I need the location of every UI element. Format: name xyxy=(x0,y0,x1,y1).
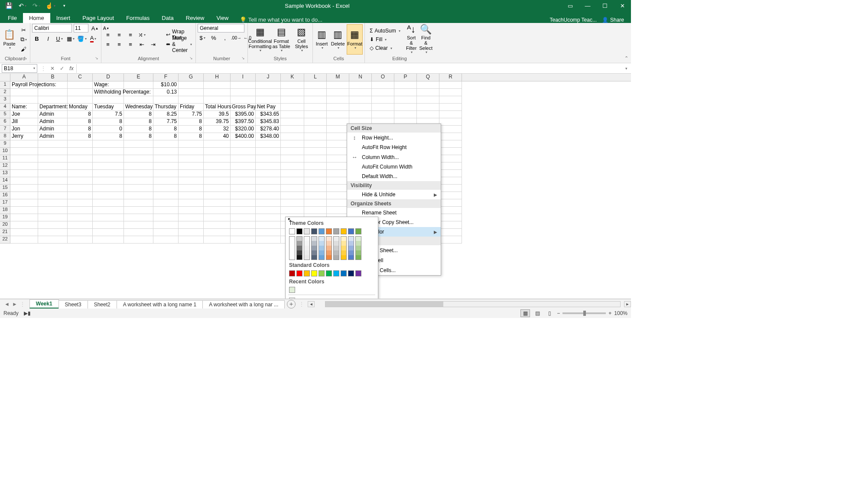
cell[interactable] xyxy=(204,221,231,229)
color-swatch[interactable] xyxy=(348,228,354,234)
cell[interactable] xyxy=(38,81,68,89)
conditional-formatting-button[interactable]: ▦Conditional Formatting▾ xyxy=(250,24,270,55)
cell[interactable] xyxy=(327,133,349,140)
cell[interactable] xyxy=(281,81,304,89)
cell[interactable] xyxy=(439,111,462,118)
cell[interactable] xyxy=(124,236,153,244)
row-header[interactable]: 19 xyxy=(0,214,10,221)
cell[interactable] xyxy=(231,162,256,170)
enter-formula-icon[interactable]: ✓ xyxy=(57,64,67,73)
color-swatch[interactable] xyxy=(326,255,332,260)
qat-customize-icon[interactable]: ▾ xyxy=(60,1,68,10)
font-color-icon[interactable]: A▾ xyxy=(88,34,98,43)
cell[interactable] xyxy=(68,192,93,199)
cell[interactable] xyxy=(327,199,349,207)
cell[interactable] xyxy=(204,155,231,162)
cell[interactable] xyxy=(153,170,179,177)
col-header-P[interactable]: P xyxy=(394,74,417,81)
cell[interactable] xyxy=(256,170,281,177)
cell[interactable] xyxy=(327,170,349,177)
color-swatch[interactable] xyxy=(311,246,317,250)
cell[interactable] xyxy=(179,221,204,229)
cell[interactable] xyxy=(153,155,179,162)
menu-item-autofit-column-width[interactable]: AutoFit Column Width xyxy=(347,162,441,172)
cell[interactable] xyxy=(372,111,394,118)
delete-cells-button[interactable]: ▥Delete▾ xyxy=(331,24,345,55)
cell[interactable] xyxy=(304,185,327,192)
cell[interactable] xyxy=(179,185,204,192)
cell[interactable] xyxy=(281,177,304,185)
cell[interactable]: Jon xyxy=(10,126,38,133)
cell[interactable] xyxy=(153,229,179,236)
cell[interactable] xyxy=(304,199,327,207)
cell[interactable]: 32 xyxy=(204,126,231,133)
color-swatch[interactable] xyxy=(341,250,347,255)
cell[interactable] xyxy=(394,81,417,89)
cell[interactable] xyxy=(349,89,372,96)
find-select-button[interactable]: 🔍Find & Select▾ xyxy=(419,24,432,55)
sheet-tab[interactable]: Week1 xyxy=(29,299,59,308)
cell[interactable] xyxy=(10,214,38,221)
cell[interactable] xyxy=(153,162,179,170)
cell[interactable] xyxy=(304,148,327,155)
cell[interactable]: 8 xyxy=(179,126,204,133)
cell[interactable] xyxy=(327,104,349,111)
percent-icon[interactable]: % xyxy=(209,33,218,42)
save-icon[interactable]: 💾 xyxy=(4,1,13,10)
cell[interactable] xyxy=(439,192,462,199)
cell[interactable] xyxy=(327,126,349,133)
cell[interactable] xyxy=(204,207,231,214)
cell[interactable] xyxy=(281,185,304,192)
cell[interactable] xyxy=(93,207,124,214)
align-bottom-icon[interactable]: ≡ xyxy=(126,30,135,39)
cell[interactable] xyxy=(304,118,327,126)
cell[interactable] xyxy=(281,89,304,96)
cell[interactable]: 8 xyxy=(179,133,204,140)
cell[interactable]: 7.75 xyxy=(179,111,204,118)
color-swatch[interactable] xyxy=(333,228,339,234)
color-swatch[interactable] xyxy=(348,270,354,276)
color-swatch[interactable] xyxy=(289,250,295,255)
cell[interactable] xyxy=(372,104,394,111)
color-swatch[interactable] xyxy=(304,246,310,250)
touch-mode-icon[interactable]: ☝▾ xyxy=(46,1,55,10)
cell[interactable]: $343.65 xyxy=(256,111,281,118)
cell[interactable] xyxy=(93,162,124,170)
cell[interactable] xyxy=(10,185,38,192)
align-top-icon[interactable]: ≡ xyxy=(103,30,113,39)
color-swatch[interactable] xyxy=(348,241,354,246)
cell[interactable] xyxy=(256,236,281,244)
color-swatch[interactable] xyxy=(304,250,310,255)
row-header[interactable]: 14 xyxy=(0,177,10,185)
color-swatch[interactable] xyxy=(319,228,325,234)
color-swatch[interactable] xyxy=(289,236,295,241)
color-swatch[interactable] xyxy=(311,255,317,260)
cell[interactable] xyxy=(68,148,93,155)
color-swatch[interactable] xyxy=(304,228,310,234)
cell[interactable] xyxy=(38,229,68,236)
expand-formula-bar-icon[interactable]: ▾ xyxy=(621,64,631,73)
cell[interactable] xyxy=(439,140,462,148)
cell[interactable] xyxy=(124,177,153,185)
cell[interactable] xyxy=(68,89,93,96)
cell[interactable] xyxy=(439,148,462,155)
row-header[interactable]: 1 xyxy=(0,81,10,89)
cell[interactable] xyxy=(394,104,417,111)
row-header[interactable]: 20 xyxy=(0,221,10,229)
cell[interactable]: 8 xyxy=(124,133,153,140)
horizontal-scrollbar[interactable] xyxy=(325,301,621,307)
cell[interactable] xyxy=(38,148,68,155)
cell[interactable]: 39.75 xyxy=(204,118,231,126)
cell[interactable]: 8 xyxy=(68,118,93,126)
cell[interactable] xyxy=(231,229,256,236)
cell[interactable] xyxy=(439,177,462,185)
cell[interactable] xyxy=(439,236,462,244)
color-swatch[interactable] xyxy=(296,246,302,250)
cell[interactable]: Friday xyxy=(179,104,204,111)
color-swatch[interactable] xyxy=(348,250,354,255)
color-swatch[interactable] xyxy=(319,236,325,241)
insert-function-icon[interactable]: fx xyxy=(67,64,76,73)
col-header-L[interactable]: L xyxy=(304,74,327,81)
tab-view[interactable]: View xyxy=(210,13,234,23)
cell[interactable] xyxy=(179,236,204,244)
